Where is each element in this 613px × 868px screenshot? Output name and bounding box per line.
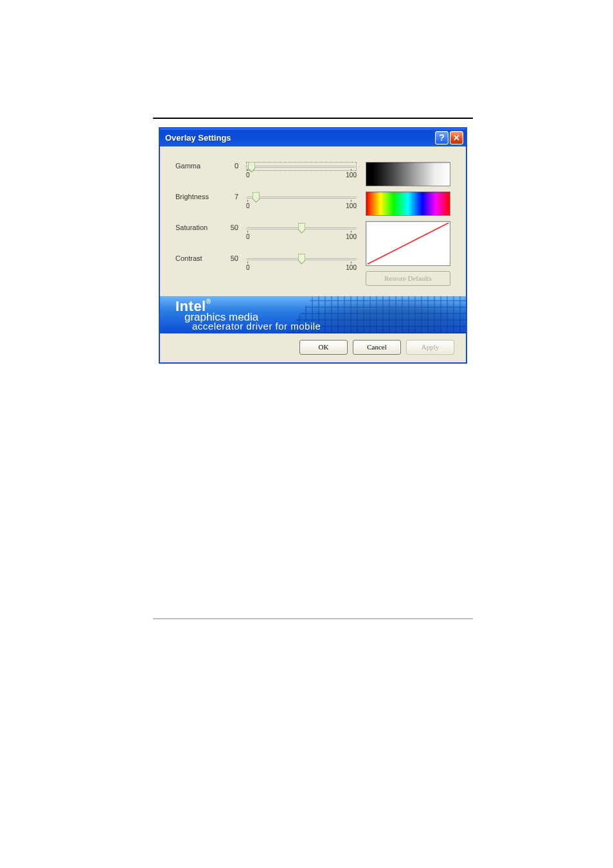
intel-banner: Intel® graphics media accelerator driver… [160, 296, 466, 333]
banner-text: Intel® graphics media accelerator driver… [175, 299, 321, 332]
brightness-slider-wrap: 0 100 [246, 193, 357, 209]
overlay-settings-dialog: Overlay Settings ? ✕ Gamma 0 [159, 127, 467, 364]
titlebar[interactable]: Overlay Settings ? ✕ [160, 128, 466, 146]
cancel-button[interactable]: Cancel [353, 340, 401, 355]
window-title: Overlay Settings [165, 133, 231, 143]
contrast-value: 50 [227, 254, 246, 262]
gamma-slider[interactable] [246, 162, 357, 171]
brightness-scale: 0 100 [246, 202, 357, 209]
gamma-thumb[interactable] [248, 162, 255, 172]
saturation-scale: 0 100 [246, 233, 357, 240]
contrast-row: Contrast 50 0 100 [175, 254, 357, 271]
saturation-slider-wrap: 0 100 [246, 224, 357, 240]
contrast-slider-wrap: 0 100 [246, 254, 357, 271]
contrast-thumb[interactable] [298, 254, 305, 264]
brightness-min: 0 [246, 202, 250, 209]
contrast-scale: 0 100 [246, 264, 357, 271]
restore-defaults-button: Restore Defaults [366, 271, 450, 286]
window-controls: ? ✕ [435, 131, 463, 145]
gamma-curve-preview [366, 221, 450, 266]
saturation-slider[interactable] [246, 224, 357, 233]
gamma-label: Gamma [175, 162, 227, 170]
ok-button[interactable]: OK [299, 340, 348, 355]
gamma-scale: 0 100 [246, 172, 357, 179]
help-icon: ? [439, 132, 445, 143]
brightness-track-line [246, 197, 357, 199]
brightness-thumb[interactable] [253, 192, 260, 202]
contrast-max: 100 [346, 264, 357, 271]
brightness-slider[interactable] [246, 193, 357, 202]
saturation-value: 50 [227, 224, 246, 231]
apply-button: Apply [406, 340, 454, 355]
gamma-value: 0 [227, 162, 246, 170]
grayscale-preview [366, 162, 450, 186]
brightness-row: Brightness 7 0 100 [175, 193, 357, 209]
saturation-row: Saturation 50 0 100 [175, 224, 357, 240]
dialog-content: Gamma 0 0 100 Brightness [160, 146, 466, 296]
brightness-value: 7 [227, 193, 246, 200]
saturation-label: Saturation [175, 224, 227, 231]
contrast-label: Contrast [175, 254, 227, 262]
help-button[interactable]: ? [435, 131, 449, 145]
gamma-min: 0 [246, 172, 250, 179]
page-rule-bottom [153, 618, 473, 619]
gamma-track-line [247, 166, 355, 168]
preview-column: Restore Defaults [366, 162, 454, 286]
brightness-label: Brightness [175, 193, 227, 200]
brightness-max: 100 [346, 202, 357, 209]
saturation-max: 100 [346, 233, 357, 240]
banner-line3: accelerator driver for mobile [192, 321, 321, 332]
dialog-button-row: OK Cancel Apply [160, 333, 466, 362]
close-button[interactable]: ✕ [450, 131, 463, 145]
gamma-slider-wrap: 0 100 [246, 162, 357, 179]
close-icon: ✕ [453, 133, 460, 143]
saturation-thumb[interactable] [298, 223, 305, 233]
hue-preview [366, 191, 450, 216]
contrast-slider[interactable] [246, 254, 357, 263]
sliders-column: Gamma 0 0 100 Brightness [175, 162, 357, 286]
page-rule-top [153, 118, 473, 119]
contrast-min: 0 [246, 264, 250, 271]
saturation-min: 0 [246, 233, 250, 240]
gamma-row: Gamma 0 0 100 [175, 162, 357, 179]
svg-line-0 [368, 223, 449, 264]
gamma-max: 100 [346, 172, 357, 179]
